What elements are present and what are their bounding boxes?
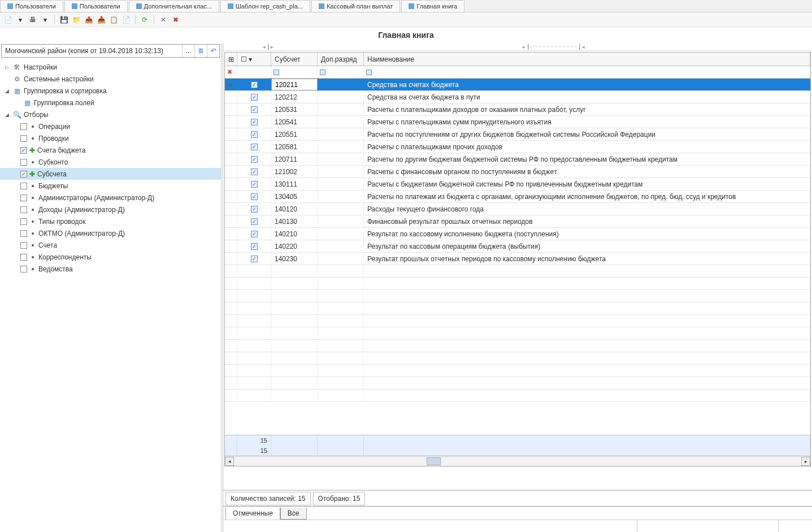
tree-node[interactable]: ◢▦Группировка и сортировка: [0, 85, 221, 97]
horizontal-scrollbar[interactable]: ◂ ▸: [225, 456, 810, 466]
scroll-right-button[interactable]: ▸: [801, 457, 810, 466]
checkbox[interactable]: [20, 218, 27, 225]
expand-icon[interactable]: ◢: [3, 112, 10, 118]
tree-node[interactable]: ОКТМО (Администратор-Д): [0, 227, 221, 239]
checkbox[interactable]: ✓: [20, 171, 27, 178]
table-row[interactable]: ✓120551Расчеты по поступлениям от других…: [225, 128, 810, 141]
document-tab[interactable]: Главная книга: [401, 0, 464, 12]
row-checkbox[interactable]: ✓: [251, 106, 258, 113]
tab-marked[interactable]: Отмеченные: [225, 508, 280, 520]
checkbox[interactable]: [20, 230, 27, 237]
row-checkbox[interactable]: ✓: [251, 218, 258, 225]
row-checkbox[interactable]: ✓: [251, 231, 258, 237]
table-row[interactable]: ✓120212Средства на счетах бюджета в пути: [225, 91, 810, 103]
checkbox[interactable]: [20, 135, 27, 142]
tree-node[interactable]: Операции: [0, 120, 221, 132]
document-tab[interactable]: Шаблон rep_cash_pla...: [220, 0, 310, 12]
table-row[interactable]: ✓130111Расчеты с бюджетами бюджетной сис…: [225, 178, 810, 191]
document-tab[interactable]: Кассовый план выплат: [311, 0, 400, 12]
paste-button[interactable]: 📄: [120, 14, 132, 25]
column-name[interactable]: Наименование: [364, 53, 810, 66]
filter-box-icon[interactable]: [320, 70, 325, 75]
expand-icon[interactable]: ▷: [3, 64, 10, 70]
expand-icon[interactable]: ◢: [3, 88, 10, 94]
tree-node[interactable]: ▷🛠Настройки: [0, 61, 221, 73]
dropdown-arrow-icon[interactable]: ▾: [15, 14, 26, 25]
table-row[interactable]: ✓121002Расчеты с финансовым органом по п…: [225, 166, 810, 178]
row-checkbox[interactable]: ✓: [251, 131, 258, 138]
checkbox[interactable]: ✓: [20, 147, 27, 154]
checkbox[interactable]: [20, 254, 27, 261]
tree-node[interactable]: Проводки: [0, 132, 221, 144]
row-checkbox[interactable]: ✓: [251, 144, 258, 150]
table-row[interactable]: ✓140120Расходы текущего финансового года: [225, 203, 810, 215]
column-check[interactable]: ☐ ▾: [237, 53, 271, 66]
row-checkbox[interactable]: ✓: [251, 243, 258, 250]
grid-body[interactable]: ▶✓120211Средства на счетах бюджета✓12021…: [225, 79, 810, 435]
new-page-button[interactable]: 🗎: [194, 45, 207, 57]
scroll-thumb[interactable]: [427, 457, 441, 465]
folder-button[interactable]: 📁: [71, 14, 82, 25]
tree-node[interactable]: Администраторы (Администратор-Д): [0, 192, 221, 204]
tree-node[interactable]: Ведомства: [0, 263, 221, 275]
document-tab[interactable]: Пользователи: [0, 0, 63, 12]
row-checkbox[interactable]: ✓: [251, 193, 258, 200]
tree-node[interactable]: ✓✚Субсчета: [0, 168, 221, 180]
table-row[interactable]: ▶✓120211Средства на счетах бюджета: [225, 79, 810, 91]
dropdown-arrow-icon[interactable]: ▾: [40, 14, 51, 25]
column-subaccount[interactable]: Субсчет: [271, 53, 318, 66]
checkbox[interactable]: [20, 242, 27, 249]
filter-box-icon[interactable]: [273, 70, 279, 75]
row-checkbox[interactable]: ✓: [251, 119, 258, 126]
table-row[interactable]: ✓140230Результат прошлых отчетных период…: [225, 253, 810, 265]
table-row[interactable]: ✓140130Финансовый результат прошлых отче…: [225, 215, 810, 228]
tree-node[interactable]: Типы проводок: [0, 215, 221, 227]
tree-node[interactable]: ⚙Системные настройки: [0, 73, 221, 85]
settings-button[interactable]: ✕: [158, 14, 169, 25]
row-checkbox[interactable]: ✓: [251, 81, 258, 88]
tree-node[interactable]: ◢🔍Отборы: [0, 109, 221, 120]
row-checkbox[interactable]: ✓: [251, 256, 258, 262]
table-row[interactable]: ✓140210Результат по кассовому исполнению…: [225, 228, 810, 240]
undo-button[interactable]: ↶: [207, 45, 219, 57]
splitter-top[interactable]: ◂┃▸ ▸┃┈┈┈┈┈┈┈┈┈┈┈┈┃◂: [223, 43, 812, 51]
pin-icon[interactable]: ✖: [227, 68, 232, 76]
export-button[interactable]: 📤: [83, 14, 94, 25]
tree-node[interactable]: Доходы (Администратор-Д): [0, 204, 221, 215]
checkbox[interactable]: [20, 123, 27, 130]
row-checkbox[interactable]: ✓: [251, 181, 258, 188]
new-doc-button[interactable]: 📄: [2, 14, 14, 25]
tree-node[interactable]: ▦Группировка полей: [0, 97, 221, 109]
tree-node[interactable]: Бюджеты: [0, 180, 221, 192]
column-selector-button[interactable]: ⊞: [225, 53, 237, 66]
row-checkbox[interactable]: ✓: [251, 156, 258, 163]
save-button[interactable]: 💾: [58, 14, 70, 25]
tab-all[interactable]: Все: [280, 508, 307, 520]
browse-button[interactable]: …: [182, 45, 194, 57]
column-extra[interactable]: Доп.разряд: [318, 53, 364, 66]
splitter-mid[interactable]: [223, 468, 812, 490]
checkbox[interactable]: [20, 194, 27, 201]
table-row[interactable]: ✓120531Расчеты с плательщиками доходов о…: [225, 103, 810, 116]
tree-node[interactable]: Счета: [0, 239, 221, 251]
document-tab[interactable]: Дополнительная клас...: [129, 0, 219, 12]
row-checkbox[interactable]: ✓: [251, 168, 258, 175]
checkbox[interactable]: [20, 159, 27, 166]
table-row[interactable]: ✓120541Расчеты с плательщиками сумм прин…: [225, 116, 810, 128]
table-row[interactable]: ✓130405Расчеты по платежам из бюджета с …: [225, 191, 810, 203]
import-button[interactable]: 📥: [95, 14, 107, 25]
row-checkbox[interactable]: ✓: [251, 206, 258, 213]
table-row[interactable]: ✓120711Расчеты по другим бюджетам бюджет…: [225, 153, 810, 166]
tree-node[interactable]: Корреспонденты: [0, 251, 221, 263]
row-checkbox[interactable]: ✓: [251, 94, 258, 101]
checkbox[interactable]: [20, 206, 27, 213]
checkbox[interactable]: [20, 266, 27, 273]
scroll-left-button[interactable]: ◂: [225, 457, 234, 466]
tree-node[interactable]: ✓✚Счета бюджета: [0, 144, 221, 156]
filter-box-icon[interactable]: [366, 70, 372, 75]
print-button[interactable]: 🖶: [27, 14, 38, 25]
checkbox[interactable]: [20, 183, 27, 189]
refresh-button[interactable]: ⟳: [139, 14, 150, 25]
tree-node[interactable]: Субконто: [0, 156, 221, 168]
table-row[interactable]: ✓140220Результат по кассовым операциям б…: [225, 240, 810, 253]
